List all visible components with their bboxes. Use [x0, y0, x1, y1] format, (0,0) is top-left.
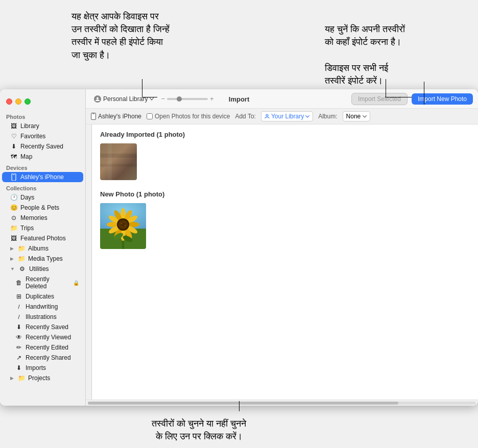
library-option-label: Your Library	[271, 113, 304, 120]
already-imported-title: Already Imported (1 photo)	[100, 131, 470, 138]
main-content: Personal Library − + Import Import Selec…	[86, 89, 478, 406]
sidebar-item-duplicates[interactable]: ⊞ Duplicates	[2, 291, 83, 302]
sidebar-item-handwriting[interactable]: / Handwriting	[2, 302, 83, 312]
sidebar-item-recently-saved[interactable]: ⬇ Recently Saved	[2, 141, 83, 152]
section-photos-label: Photos	[0, 111, 85, 121]
sidebar-item-illustrations[interactable]: / Illustrations	[2, 312, 83, 322]
projects-icon: 📁	[18, 375, 25, 382]
sidebar-item-library[interactable]: 🖼 Library	[2, 121, 83, 131]
trips-icon: 📁	[10, 225, 17, 232]
svg-point-2	[97, 97, 99, 99]
sidebar-item-people-pets[interactable]: 😊 People & Pets	[2, 203, 83, 213]
photo-already-1[interactable]	[100, 143, 137, 180]
sidebar-item-library-label: Library	[20, 122, 39, 130]
sidebar-item-memories[interactable]: ⊙ Memories	[2, 213, 83, 223]
sidebar-item-recently-deleted[interactable]: 🗑 Recently Deleted 🔒	[2, 274, 83, 291]
add-to-select[interactable]: Your Library	[261, 111, 313, 121]
svg-rect-4	[92, 114, 94, 114]
photo-area[interactable]: Already Imported (1 photo)	[92, 125, 478, 400]
new-photo-title: New Photo (1 photo)	[100, 190, 470, 198]
traffic-lights	[0, 94, 85, 111]
sidebar-item-media-types-label: Media Types	[28, 255, 63, 262]
photo-new-1-svg	[100, 203, 146, 249]
album-value: None	[346, 113, 361, 120]
sidebar-item-recently-saved2[interactable]: ⬇ Recently Saved	[2, 322, 83, 332]
import-selected-button[interactable]: Import Selected	[351, 93, 408, 105]
sidebar-item-trips[interactable]: 📁 Trips	[2, 223, 83, 233]
plus-icon: +	[210, 95, 214, 103]
sidebar-item-imports[interactable]: ⬇ Imports	[2, 363, 83, 373]
sidebar-item-trips-label: Trips	[20, 225, 34, 232]
sidebar-item-days-label: Days	[20, 194, 34, 201]
sidebar-item-featured-label: Featured Photos	[20, 235, 66, 242]
sidebar-item-utilities[interactable]: ▼ ⚙ Utilities	[2, 264, 83, 274]
minimize-button[interactable]	[15, 98, 21, 105]
toolbar-right: Import Selected Import New Photo	[351, 93, 473, 105]
sidebar-item-projects[interactable]: ▶ 📁 Projects	[2, 373, 83, 383]
sidebar-item-media-types[interactable]: ▶ 📁 Media Types	[2, 254, 83, 264]
person-icon	[94, 95, 101, 103]
slider-area: − +	[161, 95, 347, 103]
library-label: Personal Library	[103, 95, 148, 103]
albums-expand-icon: ▶	[10, 246, 14, 251]
svg-rect-9	[108, 143, 112, 180]
sidebar-item-memories-label: Memories	[20, 214, 47, 221]
svg-rect-8	[100, 164, 137, 167]
recently-shared-icon: ↗	[15, 354, 22, 361]
close-button[interactable]	[6, 98, 12, 105]
recently-saved2-icon: ⬇	[15, 323, 22, 331]
import-title: Import	[229, 95, 249, 103]
svg-point-30	[123, 224, 124, 226]
sidebar-item-map-label: Map	[20, 153, 32, 160]
sidebar-item-albums[interactable]: ▶ 📁 Albums	[2, 243, 83, 254]
sidebar-item-iphone-label: Ashley's iPhone	[20, 173, 64, 181]
annotation-topleft: यह क्षेत्र आपके डिवाइस पर उन तस्वीरों को…	[71, 10, 209, 62]
sidebar-item-recently-edited[interactable]: ✏ Recently Edited	[2, 342, 83, 353]
import-new-photo-button[interactable]: Import New Photo	[412, 93, 473, 105]
sidebar-item-duplicates-label: Duplicates	[26, 293, 54, 300]
imports-icon: ⬇	[15, 364, 22, 371]
library-chevron-icon	[150, 97, 154, 101]
main-window: Photos 🖼 Library ♡ Favorites ⬇ Recently …	[0, 89, 478, 406]
album-chevron-icon	[363, 115, 367, 118]
sidebar-item-illustrations-label: Illustrations	[26, 313, 57, 320]
device-label: Ashley's iPhone	[91, 113, 141, 120]
open-photos-checkbox[interactable]: Open Photos for this device	[147, 113, 230, 120]
sidebar-item-favorites-label: Favorites	[20, 133, 45, 140]
sidebar-item-featured[interactable]: 🖼 Featured Photos	[2, 233, 83, 243]
library-selector[interactable]: Personal Library	[91, 94, 157, 104]
device-iphone-icon	[91, 113, 96, 120]
minus-icon: −	[161, 95, 165, 103]
add-to-label: Add To:	[235, 113, 255, 120]
sidebar-item-days[interactable]: 🕐 Days	[2, 192, 83, 203]
sidebar-item-recently-saved-label: Recently Saved	[20, 143, 63, 150]
sidebar-item-favorites[interactable]: ♡ Favorites	[2, 131, 83, 141]
days-icon: 🕐	[10, 194, 17, 201]
sidebar-item-recently-viewed-label: Recently Viewed	[26, 334, 71, 341]
left-divider	[86, 125, 92, 400]
sidebar-item-iphone[interactable]: Ashley's iPhone	[2, 172, 83, 182]
already-imported-grid	[100, 143, 470, 180]
zoom-slider[interactable]	[167, 98, 208, 100]
maximize-button[interactable]	[25, 98, 31, 105]
new-photo-grid	[100, 203, 470, 249]
annotation-line-4	[385, 97, 412, 97]
sidebar-item-recently-edited-label: Recently Edited	[26, 344, 68, 351]
toolbar: Personal Library − + Import Import Selec…	[86, 89, 478, 109]
open-photos-input[interactable]	[147, 113, 153, 119]
photo-new-1[interactable]	[100, 203, 146, 249]
illustrations-icon: /	[15, 313, 22, 320]
map-icon: 🗺	[10, 153, 17, 160]
sidebar-item-albums-label: Albums	[28, 245, 49, 252]
album-select[interactable]: None	[343, 111, 371, 121]
recently-saved-icon: ⬇	[10, 143, 17, 150]
sidebar-item-map[interactable]: 🗺 Map	[2, 152, 83, 162]
utilities-icon: ⚙	[19, 265, 26, 272]
sidebar-item-people-pets-label: People & Pets	[20, 204, 59, 211]
svg-point-28	[125, 225, 126, 227]
photo-already-1-svg	[100, 143, 137, 180]
sidebar-item-recently-shared[interactable]: ↗ Recently Shared	[2, 353, 83, 363]
sidebar-item-recently-viewed[interactable]: 👁 Recently Viewed	[2, 332, 83, 342]
people-pets-icon: 😊	[10, 204, 17, 211]
sidebar-item-projects-label: Projects	[28, 375, 50, 382]
